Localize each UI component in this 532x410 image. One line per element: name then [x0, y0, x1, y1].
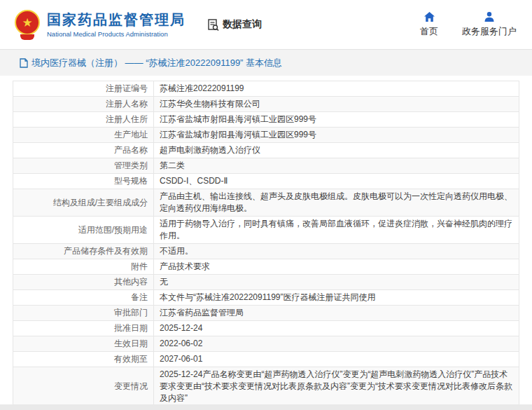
nav-item-label: 首页 — [420, 25, 438, 38]
table-row: 型号规格CSDD-Ⅰ、CSDD-Ⅱ — [13, 174, 519, 189]
row-label: 附件 — [13, 259, 154, 275]
row-value: 江苏省盐城市射阳县海河镇工业园区999号 — [154, 112, 519, 128]
main-content: 注册证编号苏械注准20222091199注册人名称江苏华灸生物科技有限公司注册人… — [13, 81, 519, 410]
row-value: 不适用。 — [154, 244, 519, 259]
row-value: 产品技术要求 — [154, 259, 519, 275]
row-value: 本文件与“苏械注准20222091199”医疗器械注册证共同使用 — [154, 290, 519, 306]
table-row: 有效期至2027-06-01 — [13, 352, 519, 367]
row-label: 变更情况 — [13, 367, 154, 406]
row-value: 第二类 — [154, 158, 519, 174]
row-label: 产品储存条件及有效期 — [13, 244, 154, 259]
table-row: 产品名称超声电刺激药物透入治疗仪 — [13, 143, 519, 158]
row-label: 型号规格 — [13, 174, 154, 189]
row-label: 批准日期 — [13, 321, 154, 336]
page-bottom-strip — [0, 404, 532, 410]
national-emblem-icon: ★ — [14, 9, 41, 40]
row-label: 产品名称 — [13, 143, 154, 158]
table-row: 注册证编号苏械注准20222091199 — [13, 81, 519, 97]
row-label: 注册人住所 — [13, 112, 154, 128]
row-value: 2025-12-24 — [154, 321, 519, 336]
page: ★ 国家药品监督管理局 National Medical Products Ad… — [0, 0, 532, 410]
row-value: 产品由主机、输出连接线、超声头及皮肤电极组成。皮肤电极可以为一次性定向透药仪用电… — [154, 189, 519, 217]
breadcrumb-text: 境内医疗器械（注册） —— “苏械注准20222091199” 基本信息 — [31, 57, 282, 69]
row-label: 生产地址 — [13, 128, 154, 143]
table-row: 结构及组成/主要组成成分产品由主机、输出连接线、超声头及皮肤电极组成。皮肤电极可… — [13, 189, 519, 217]
table-row: 管理类别第二类 — [13, 158, 519, 174]
info-table-body: 注册证编号苏械注准20222091199注册人名称江苏华灸生物科技有限公司注册人… — [13, 81, 519, 410]
registration-info-table: 注册证编号苏械注准20222091199注册人名称江苏华灸生物科技有限公司注册人… — [13, 81, 519, 410]
table-row: 注册人名称江苏华灸生物科技有限公司 — [13, 97, 519, 112]
row-label: 注册人名称 — [13, 97, 154, 112]
data-query-button[interactable]: 数据查询 — [206, 18, 262, 32]
row-label: 结构及组成/主要组成成分 — [13, 189, 154, 217]
row-value: 苏械注准20222091199 — [154, 81, 519, 97]
row-label: 备注 — [13, 290, 154, 306]
row-label: 其他内容 — [13, 275, 154, 290]
site-logo[interactable]: ★ 国家药品监督管理局 National Medical Products Ad… — [14, 9, 186, 40]
row-value: CSDD-Ⅰ、CSDD-Ⅱ — [154, 174, 519, 189]
row-label: 注册证编号 — [13, 81, 154, 97]
header-nav: 首页 政务服务门户 — [420, 11, 517, 38]
row-label: 有效期至 — [13, 352, 154, 367]
row-label: 审批部门 — [13, 306, 154, 321]
document-search-icon — [206, 18, 220, 32]
row-value: 超声电刺激药物透入治疗仪 — [154, 143, 519, 158]
table-row: 注册人住所江苏省盐城市射阳县海河镇工业园区999号 — [13, 112, 519, 128]
document-icon — [20, 58, 28, 68]
data-query-label: 数据查询 — [223, 18, 262, 31]
home-icon — [424, 11, 435, 22]
nav-item-home[interactable]: 首页 — [420, 11, 438, 38]
nav-item-service-portal[interactable]: 政务服务门户 — [462, 11, 517, 38]
table-row: 生效日期2022-06-02 — [13, 336, 519, 352]
row-value: 2025-12-24产品名称变更由“超声药物透入治疗仪”变更为“超声电刺激药物透… — [154, 367, 519, 406]
row-label: 管理类别 — [13, 158, 154, 174]
table-row: 审批部门江苏省药品监督管理局 — [13, 306, 519, 321]
table-row: 批准日期2025-12-24 — [13, 321, 519, 336]
site-header: ★ 国家药品监督管理局 National Medical Products Ad… — [0, 0, 532, 49]
row-value: 无 — [154, 275, 519, 290]
table-row: 变更情况2025-12-24产品名称变更由“超声药物透入治疗仪”变更为“超声电刺… — [13, 367, 519, 406]
table-row: 适用范围/预期用途适用于药物导入治疗，同时具有镇痛，改善局部血液循环，促进炎症消… — [13, 217, 519, 244]
table-row: 附件产品技术要求 — [13, 259, 519, 275]
table-row: 备注本文件与“苏械注准20222091199”医疗器械注册证共同使用 — [13, 290, 519, 306]
org-title: 国家药品监督管理局 — [47, 11, 186, 28]
org-subtitle: National Medical Products Administration — [47, 29, 186, 39]
breadcrumb-bar: 境内医疗器械（注册） —— “苏械注准20222091199” 基本信息 — [0, 49, 532, 76]
row-value: 江苏省药品监督管理局 — [154, 306, 519, 321]
table-row: 其他内容无 — [13, 275, 519, 290]
row-label: 生效日期 — [13, 336, 154, 352]
row-value: 2022-06-02 — [154, 336, 519, 352]
row-value: 2027-06-01 — [154, 352, 519, 367]
user-icon — [484, 11, 495, 22]
table-row: 生产地址江苏省盐城市射阳县海河镇工业园区999号 — [13, 128, 519, 143]
table-row: 产品储存条件及有效期不适用。 — [13, 244, 519, 259]
row-label: 适用范围/预期用途 — [13, 217, 154, 244]
row-value: 江苏省盐城市射阳县海河镇工业园区999号 — [154, 128, 519, 143]
breadcrumb: 境内医疗器械（注册） —— “苏械注准20222091199” 基本信息 — [20, 57, 282, 69]
row-value: 适用于药物导入治疗，同时具有镇痛，改善局部血液循环，促进炎症消散，兴奋神经肌肉的… — [154, 217, 519, 244]
nav-item-label: 政务服务门户 — [462, 25, 517, 38]
row-value: 江苏华灸生物科技有限公司 — [154, 97, 519, 112]
